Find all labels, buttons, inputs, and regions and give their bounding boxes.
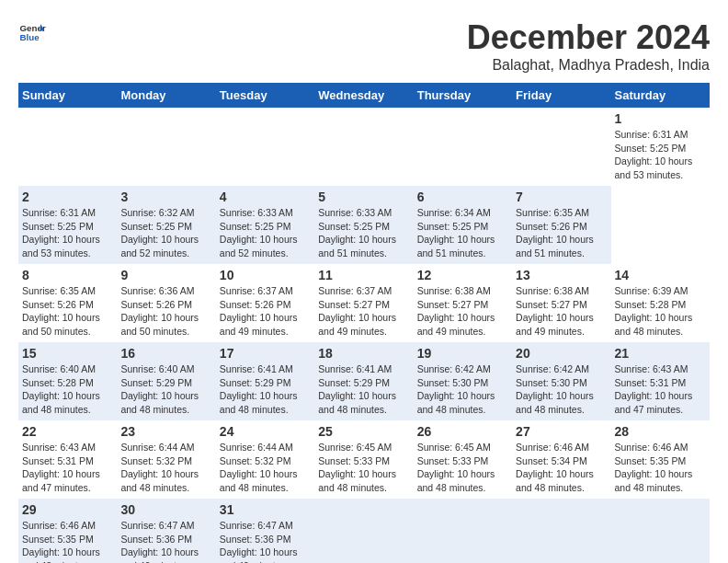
week-row-4: 15Sunrise: 6:40 AMSunset: 5:28 PMDayligh…: [18, 342, 710, 420]
calendar-day-3: 3Sunrise: 6:32 AMSunset: 5:25 PMDaylight…: [117, 186, 215, 264]
header-saturday: Saturday: [611, 83, 710, 108]
header-tuesday: Tuesday: [216, 83, 314, 108]
week-row-2: 2Sunrise: 6:31 AMSunset: 5:25 PMDaylight…: [18, 186, 710, 264]
calendar-day-6: 6Sunrise: 6:34 AMSunset: 5:25 PMDaylight…: [414, 186, 512, 264]
calendar-header-row: SundayMondayTuesdayWednesdayThursdayFrid…: [18, 83, 710, 108]
logo-icon: General Blue: [18, 18, 46, 46]
calendar-day-29: 29Sunrise: 6:46 AMSunset: 5:35 PMDayligh…: [18, 499, 117, 563]
empty-cell: [414, 108, 512, 186]
calendar-day-27: 27Sunrise: 6:46 AMSunset: 5:34 PMDayligh…: [512, 420, 610, 499]
empty-cell: [512, 499, 610, 563]
week-row-1: 1Sunrise: 6:31 AMSunset: 5:25 PMDaylight…: [18, 108, 710, 186]
calendar-day-11: 11Sunrise: 6:37 AMSunset: 5:27 PMDayligh…: [314, 264, 413, 342]
calendar-day-1: 1Sunrise: 6:31 AMSunset: 5:25 PMDaylight…: [611, 108, 710, 186]
calendar-day-7: 7Sunrise: 6:35 AMSunset: 5:26 PMDaylight…: [512, 186, 610, 264]
calendar-day-28: 28Sunrise: 6:46 AMSunset: 5:35 PMDayligh…: [611, 420, 710, 499]
header-wednesday: Wednesday: [314, 83, 413, 108]
calendar-day-9: 9Sunrise: 6:36 AMSunset: 5:26 PMDaylight…: [117, 264, 215, 342]
empty-cell: [314, 499, 413, 563]
calendar-day-23: 23Sunrise: 6:44 AMSunset: 5:32 PMDayligh…: [117, 420, 215, 499]
calendar-day-19: 19Sunrise: 6:42 AMSunset: 5:30 PMDayligh…: [414, 342, 512, 420]
calendar-day-22: 22Sunrise: 6:43 AMSunset: 5:31 PMDayligh…: [18, 420, 117, 499]
empty-cell: [414, 499, 512, 563]
empty-cell: [611, 499, 710, 563]
calendar-day-31: 31Sunrise: 6:47 AMSunset: 5:36 PMDayligh…: [216, 499, 314, 563]
calendar-day-16: 16Sunrise: 6:40 AMSunset: 5:29 PMDayligh…: [117, 342, 215, 420]
calendar-day-10: 10Sunrise: 6:37 AMSunset: 5:26 PMDayligh…: [216, 264, 314, 342]
title-section: December 2024 Balaghat, Madhya Pradesh, …: [467, 18, 710, 74]
header-friday: Friday: [512, 83, 610, 108]
calendar-day-18: 18Sunrise: 6:41 AMSunset: 5:29 PMDayligh…: [314, 342, 413, 420]
calendar-day-20: 20Sunrise: 6:42 AMSunset: 5:30 PMDayligh…: [512, 342, 610, 420]
header-monday: Monday: [117, 83, 215, 108]
empty-cell: [18, 108, 117, 186]
calendar-day-14: 14Sunrise: 6:39 AMSunset: 5:28 PMDayligh…: [611, 264, 710, 342]
empty-cell: [512, 108, 610, 186]
calendar-day-26: 26Sunrise: 6:45 AMSunset: 5:33 PMDayligh…: [414, 420, 512, 499]
empty-cell: [314, 108, 413, 186]
logo: General Blue: [18, 18, 46, 46]
calendar-day-13: 13Sunrise: 6:38 AMSunset: 5:27 PMDayligh…: [512, 264, 610, 342]
calendar-day-12: 12Sunrise: 6:38 AMSunset: 5:27 PMDayligh…: [414, 264, 512, 342]
week-row-6: 29Sunrise: 6:46 AMSunset: 5:35 PMDayligh…: [18, 499, 710, 563]
calendar-day-5: 5Sunrise: 6:33 AMSunset: 5:25 PMDaylight…: [314, 186, 413, 264]
empty-cell: [117, 108, 215, 186]
calendar-day-24: 24Sunrise: 6:44 AMSunset: 5:32 PMDayligh…: [216, 420, 314, 499]
page-header: General Blue December 2024 Balaghat, Mad…: [18, 18, 710, 74]
calendar-day-30: 30Sunrise: 6:47 AMSunset: 5:36 PMDayligh…: [117, 499, 215, 563]
calendar-day-4: 4Sunrise: 6:33 AMSunset: 5:25 PMDaylight…: [216, 186, 314, 264]
calendar-day-2: 2Sunrise: 6:31 AMSunset: 5:25 PMDaylight…: [18, 186, 117, 264]
calendar-day-15: 15Sunrise: 6:40 AMSunset: 5:28 PMDayligh…: [18, 342, 117, 420]
header-thursday: Thursday: [414, 83, 512, 108]
svg-text:Blue: Blue: [20, 32, 40, 42]
week-row-3: 8Sunrise: 6:35 AMSunset: 5:26 PMDaylight…: [18, 264, 710, 342]
empty-cell: [216, 108, 314, 186]
week-row-5: 22Sunrise: 6:43 AMSunset: 5:31 PMDayligh…: [18, 420, 710, 499]
calendar-day-25: 25Sunrise: 6:45 AMSunset: 5:33 PMDayligh…: [314, 420, 413, 499]
header-sunday: Sunday: [18, 83, 117, 108]
sub-title: Balaghat, Madhya Pradesh, India: [467, 57, 710, 74]
calendar-day-21: 21Sunrise: 6:43 AMSunset: 5:31 PMDayligh…: [611, 342, 710, 420]
calendar-day-8: 8Sunrise: 6:35 AMSunset: 5:26 PMDaylight…: [18, 264, 117, 342]
calendar-day-17: 17Sunrise: 6:41 AMSunset: 5:29 PMDayligh…: [216, 342, 314, 420]
main-title: December 2024: [467, 18, 710, 57]
calendar-table: SundayMondayTuesdayWednesdayThursdayFrid…: [18, 83, 710, 563]
